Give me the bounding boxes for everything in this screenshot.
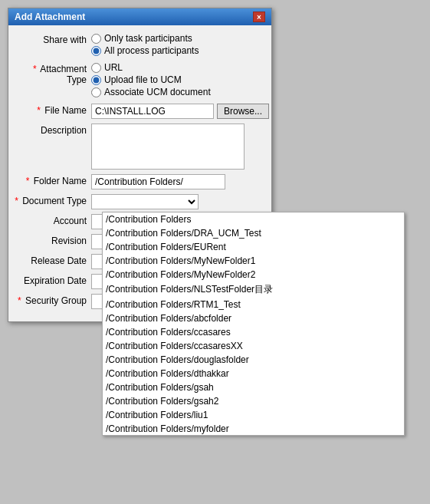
required-star-security: *: [18, 295, 21, 306]
folder-dropdown-item[interactable]: /Contribution Folders/dthakkar: [103, 367, 404, 380]
file-name-input[interactable]: [91, 104, 214, 119]
share-process-label: All process participants: [104, 45, 199, 56]
required-star-doctype: *: [15, 196, 18, 206]
required-star-folder: *: [26, 176, 30, 186]
type-associate-label: Associate UCM document: [104, 87, 211, 97]
folder-dropdown-item[interactable]: /Contribution Folders/MyNewFolder1: [103, 254, 404, 268]
folder-dropdown-list[interactable]: /Contribution Folders/Contribution Folde…: [103, 212, 404, 435]
file-name-label: * File Name: [15, 104, 91, 116]
share-with-options: Only task participants All process parti…: [91, 33, 265, 58]
required-star-file: *: [37, 105, 41, 116]
folder-dropdown-item[interactable]: /Contribution Folders/MyNewFolder2: [103, 268, 404, 282]
share-radio-task[interactable]: [91, 34, 101, 44]
attachment-type-label: * Attachment Type: [15, 62, 91, 85]
folder-dropdown-item[interactable]: /Contribution Folders/gsah: [103, 380, 404, 394]
folder-dropdown-item[interactable]: /Contribution Folders: [103, 212, 404, 226]
folder-name-row: * Folder Name: [15, 174, 265, 189]
type-upload-radio[interactable]: [91, 75, 101, 85]
folder-dropdown-item[interactable]: /Contribution Folders/liu1: [103, 408, 404, 422]
document-type-row: * Document Type: [15, 194, 265, 209]
share-option-process[interactable]: All process participants: [91, 45, 265, 56]
add-attachment-dialog: Add Attachment × Share with Only task pa…: [8, 8, 272, 322]
share-task-label: Only task participants: [104, 33, 192, 44]
file-name-row: * File Name Browse...: [15, 104, 265, 119]
share-with-label: Share with: [15, 33, 91, 45]
folder-dropdown-item[interactable]: /Contribution Folders/ccasaresXX: [103, 339, 404, 353]
type-associate-radio[interactable]: [91, 87, 101, 97]
folder-dropdown-item[interactable]: /Contribution Folders/EURent: [103, 240, 404, 254]
type-url-label: URL: [104, 62, 123, 73]
revision-label: Revision: [15, 234, 91, 246]
folder-dropdown-item[interactable]: /Contribution Folders/douglasfolder: [103, 353, 404, 367]
share-radio-process[interactable]: [91, 46, 101, 56]
description-label: Description: [15, 124, 91, 136]
dialog-title: Add Attachment: [15, 12, 85, 22]
type-url-radio[interactable]: [91, 63, 101, 73]
share-option-task[interactable]: Only task participants: [91, 33, 265, 44]
expiration-date-label: Expiration Date: [15, 274, 91, 286]
document-type-label: * Document Type: [15, 194, 91, 206]
type-upload-option[interactable]: Upload file to UCM: [91, 74, 265, 85]
folder-dropdown[interactable]: /Contribution Folders/Contribution Folde…: [102, 212, 405, 436]
browse-button[interactable]: Browse...: [217, 104, 269, 119]
description-content: [91, 124, 265, 170]
description-row: Description: [15, 124, 265, 170]
folder-name-input[interactable]: [91, 174, 225, 189]
release-date-label: Release Date: [15, 254, 91, 266]
folder-dropdown-item[interactable]: /Contribution Folders/myfolder: [103, 422, 404, 435]
folder-dropdown-item[interactable]: /Contribution Folders/gsah2: [103, 394, 404, 408]
folder-dropdown-item[interactable]: /Contribution Folders/ccasares: [103, 325, 404, 339]
account-label: Account: [15, 214, 91, 226]
security-group-label: * Security Group: [15, 294, 91, 306]
close-button[interactable]: ×: [253, 12, 265, 22]
folder-dropdown-item[interactable]: /Contribution Folders/NLSTestFolder目录: [103, 282, 404, 298]
attachment-type-options: URL Upload file to UCM Associate UCM doc…: [91, 62, 265, 99]
type-associate-option[interactable]: Associate UCM document: [91, 87, 265, 97]
type-url-option[interactable]: URL: [91, 62, 265, 73]
file-name-content: Browse...: [91, 104, 269, 119]
folder-dropdown-item[interactable]: /Contribution Folders/RTM1_Test: [103, 298, 404, 311]
required-star-type: *: [33, 64, 37, 74]
folder-dropdown-item[interactable]: /Contribution Folders/DRA_UCM_Test: [103, 226, 404, 240]
share-with-row: Share with Only task participants All pr…: [15, 33, 265, 58]
folder-dropdown-item[interactable]: /Contribution Folders/abcfolder: [103, 311, 404, 325]
description-input[interactable]: [91, 124, 245, 170]
folder-name-label: * Folder Name: [15, 174, 91, 186]
document-type-select[interactable]: [91, 194, 199, 209]
type-upload-label: Upload file to UCM: [104, 74, 182, 85]
dialog-titlebar: Add Attachment ×: [8, 8, 271, 25]
attachment-type-row: * Attachment Type URL Upload file to UCM…: [15, 62, 265, 99]
